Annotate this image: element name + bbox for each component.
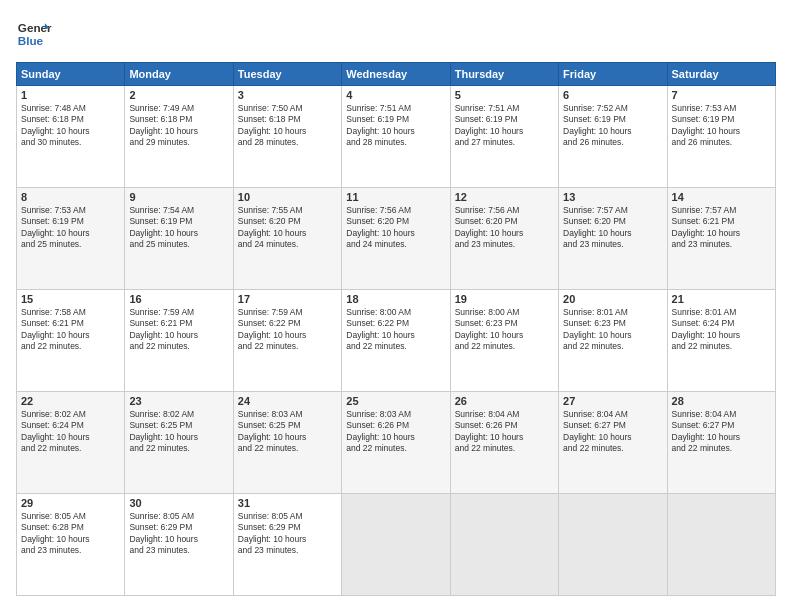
day-number: 30: [129, 497, 228, 509]
day-number: 28: [672, 395, 771, 407]
day-info: Sunrise: 7:49 AM Sunset: 6:18 PM Dayligh…: [129, 103, 228, 149]
day-number: 4: [346, 89, 445, 101]
calendar-cell: 22Sunrise: 8:02 AM Sunset: 6:24 PM Dayli…: [17, 392, 125, 494]
calendar-cell: 13Sunrise: 7:57 AM Sunset: 6:20 PM Dayli…: [559, 188, 667, 290]
day-info: Sunrise: 8:01 AM Sunset: 6:23 PM Dayligh…: [563, 307, 662, 353]
calendar-cell: [667, 494, 775, 596]
weekday-header-friday: Friday: [559, 63, 667, 86]
calendar-cell: 27Sunrise: 8:04 AM Sunset: 6:27 PM Dayli…: [559, 392, 667, 494]
day-info: Sunrise: 8:02 AM Sunset: 6:25 PM Dayligh…: [129, 409, 228, 455]
day-number: 23: [129, 395, 228, 407]
calendar-cell: 17Sunrise: 7:59 AM Sunset: 6:22 PM Dayli…: [233, 290, 341, 392]
svg-text:Blue: Blue: [18, 34, 44, 47]
day-info: Sunrise: 8:00 AM Sunset: 6:23 PM Dayligh…: [455, 307, 554, 353]
day-number: 27: [563, 395, 662, 407]
calendar-week-5: 29Sunrise: 8:05 AM Sunset: 6:28 PM Dayli…: [17, 494, 776, 596]
calendar-cell: 21Sunrise: 8:01 AM Sunset: 6:24 PM Dayli…: [667, 290, 775, 392]
day-info: Sunrise: 7:53 AM Sunset: 6:19 PM Dayligh…: [672, 103, 771, 149]
weekday-header-monday: Monday: [125, 63, 233, 86]
day-info: Sunrise: 7:55 AM Sunset: 6:20 PM Dayligh…: [238, 205, 337, 251]
calendar-cell: 6Sunrise: 7:52 AM Sunset: 6:19 PM Daylig…: [559, 86, 667, 188]
day-info: Sunrise: 7:58 AM Sunset: 6:21 PM Dayligh…: [21, 307, 120, 353]
day-number: 5: [455, 89, 554, 101]
calendar-cell: 23Sunrise: 8:02 AM Sunset: 6:25 PM Dayli…: [125, 392, 233, 494]
day-number: 29: [21, 497, 120, 509]
day-number: 12: [455, 191, 554, 203]
day-info: Sunrise: 7:59 AM Sunset: 6:21 PM Dayligh…: [129, 307, 228, 353]
calendar-cell: 12Sunrise: 7:56 AM Sunset: 6:20 PM Dayli…: [450, 188, 558, 290]
calendar-cell: 25Sunrise: 8:03 AM Sunset: 6:26 PM Dayli…: [342, 392, 450, 494]
day-number: 31: [238, 497, 337, 509]
calendar-cell: 1Sunrise: 7:48 AM Sunset: 6:18 PM Daylig…: [17, 86, 125, 188]
weekday-header-wednesday: Wednesday: [342, 63, 450, 86]
weekday-header-saturday: Saturday: [667, 63, 775, 86]
calendar-cell: 9Sunrise: 7:54 AM Sunset: 6:19 PM Daylig…: [125, 188, 233, 290]
day-info: Sunrise: 7:59 AM Sunset: 6:22 PM Dayligh…: [238, 307, 337, 353]
day-info: Sunrise: 7:50 AM Sunset: 6:18 PM Dayligh…: [238, 103, 337, 149]
calendar-cell: 19Sunrise: 8:00 AM Sunset: 6:23 PM Dayli…: [450, 290, 558, 392]
day-info: Sunrise: 8:05 AM Sunset: 6:29 PM Dayligh…: [238, 511, 337, 557]
day-number: 20: [563, 293, 662, 305]
calendar-week-4: 22Sunrise: 8:02 AM Sunset: 6:24 PM Dayli…: [17, 392, 776, 494]
calendar-week-3: 15Sunrise: 7:58 AM Sunset: 6:21 PM Dayli…: [17, 290, 776, 392]
calendar-cell: 15Sunrise: 7:58 AM Sunset: 6:21 PM Dayli…: [17, 290, 125, 392]
day-info: Sunrise: 7:53 AM Sunset: 6:19 PM Dayligh…: [21, 205, 120, 251]
day-info: Sunrise: 7:56 AM Sunset: 6:20 PM Dayligh…: [346, 205, 445, 251]
calendar-cell: 30Sunrise: 8:05 AM Sunset: 6:29 PM Dayli…: [125, 494, 233, 596]
day-info: Sunrise: 8:00 AM Sunset: 6:22 PM Dayligh…: [346, 307, 445, 353]
day-number: 15: [21, 293, 120, 305]
calendar-cell: 3Sunrise: 7:50 AM Sunset: 6:18 PM Daylig…: [233, 86, 341, 188]
calendar-cell: 26Sunrise: 8:04 AM Sunset: 6:26 PM Dayli…: [450, 392, 558, 494]
day-info: Sunrise: 8:05 AM Sunset: 6:28 PM Dayligh…: [21, 511, 120, 557]
day-info: Sunrise: 8:03 AM Sunset: 6:26 PM Dayligh…: [346, 409, 445, 455]
calendar-cell: 7Sunrise: 7:53 AM Sunset: 6:19 PM Daylig…: [667, 86, 775, 188]
weekday-header-sunday: Sunday: [17, 63, 125, 86]
calendar-cell: [342, 494, 450, 596]
day-info: Sunrise: 7:54 AM Sunset: 6:19 PM Dayligh…: [129, 205, 228, 251]
day-info: Sunrise: 7:51 AM Sunset: 6:19 PM Dayligh…: [455, 103, 554, 149]
calendar-cell: 10Sunrise: 7:55 AM Sunset: 6:20 PM Dayli…: [233, 188, 341, 290]
day-number: 14: [672, 191, 771, 203]
weekday-header-thursday: Thursday: [450, 63, 558, 86]
day-number: 6: [563, 89, 662, 101]
day-number: 13: [563, 191, 662, 203]
calendar-cell: 29Sunrise: 8:05 AM Sunset: 6:28 PM Dayli…: [17, 494, 125, 596]
calendar-cell: 4Sunrise: 7:51 AM Sunset: 6:19 PM Daylig…: [342, 86, 450, 188]
day-info: Sunrise: 7:57 AM Sunset: 6:20 PM Dayligh…: [563, 205, 662, 251]
day-info: Sunrise: 8:04 AM Sunset: 6:27 PM Dayligh…: [672, 409, 771, 455]
day-number: 25: [346, 395, 445, 407]
calendar-cell: 11Sunrise: 7:56 AM Sunset: 6:20 PM Dayli…: [342, 188, 450, 290]
calendar-cell: 18Sunrise: 8:00 AM Sunset: 6:22 PM Dayli…: [342, 290, 450, 392]
calendar-cell: 16Sunrise: 7:59 AM Sunset: 6:21 PM Dayli…: [125, 290, 233, 392]
day-number: 24: [238, 395, 337, 407]
page: General Blue SundayMondayTuesdayWednesda…: [0, 0, 792, 612]
day-info: Sunrise: 7:52 AM Sunset: 6:19 PM Dayligh…: [563, 103, 662, 149]
day-info: Sunrise: 7:56 AM Sunset: 6:20 PM Dayligh…: [455, 205, 554, 251]
calendar-cell: 8Sunrise: 7:53 AM Sunset: 6:19 PM Daylig…: [17, 188, 125, 290]
day-info: Sunrise: 8:05 AM Sunset: 6:29 PM Dayligh…: [129, 511, 228, 557]
day-number: 7: [672, 89, 771, 101]
calendar-cell: 14Sunrise: 7:57 AM Sunset: 6:21 PM Dayli…: [667, 188, 775, 290]
day-number: 17: [238, 293, 337, 305]
day-info: Sunrise: 8:04 AM Sunset: 6:27 PM Dayligh…: [563, 409, 662, 455]
logo: General Blue: [16, 16, 52, 52]
calendar-week-1: 1Sunrise: 7:48 AM Sunset: 6:18 PM Daylig…: [17, 86, 776, 188]
calendar-cell: 20Sunrise: 8:01 AM Sunset: 6:23 PM Dayli…: [559, 290, 667, 392]
day-number: 3: [238, 89, 337, 101]
day-info: Sunrise: 8:02 AM Sunset: 6:24 PM Dayligh…: [21, 409, 120, 455]
header: General Blue: [16, 16, 776, 52]
day-number: 11: [346, 191, 445, 203]
calendar-cell: 24Sunrise: 8:03 AM Sunset: 6:25 PM Dayli…: [233, 392, 341, 494]
day-number: 16: [129, 293, 228, 305]
day-number: 9: [129, 191, 228, 203]
day-number: 26: [455, 395, 554, 407]
day-info: Sunrise: 7:51 AM Sunset: 6:19 PM Dayligh…: [346, 103, 445, 149]
day-info: Sunrise: 7:57 AM Sunset: 6:21 PM Dayligh…: [672, 205, 771, 251]
day-number: 1: [21, 89, 120, 101]
day-info: Sunrise: 8:01 AM Sunset: 6:24 PM Dayligh…: [672, 307, 771, 353]
day-number: 2: [129, 89, 228, 101]
day-number: 19: [455, 293, 554, 305]
calendar-cell: 2Sunrise: 7:49 AM Sunset: 6:18 PM Daylig…: [125, 86, 233, 188]
calendar-cell: [450, 494, 558, 596]
weekday-header-tuesday: Tuesday: [233, 63, 341, 86]
